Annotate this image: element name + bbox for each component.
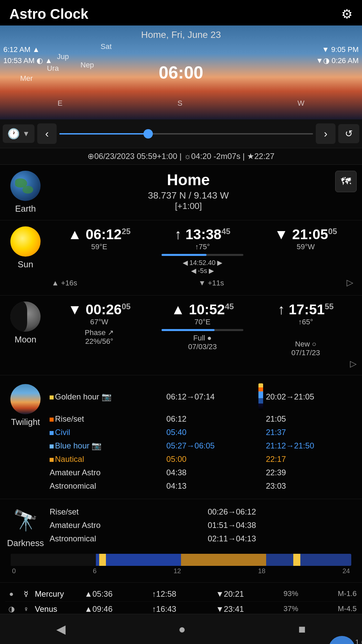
sky-moon-set: ▼◑ 0:26 AM (316, 55, 359, 66)
tl-day (181, 554, 266, 566)
sat-label: Sat (101, 42, 112, 51)
planet-row-mercury: ● ☿ Mercury ▲05:36 ↑12:58 ▼20:21 93% M-1… (5, 587, 357, 602)
moon-new-date: 07/17/23 (255, 348, 357, 357)
moon-set-time: ▼ 00:2605 (48, 302, 150, 318)
venus-mag: M-4.5 (338, 604, 357, 614)
twilight-data: Golden hour 📷 06:12→07:14 20:02→21:05 Ri… (46, 381, 357, 493)
prev-button[interactable]: ‹ (37, 123, 57, 144)
mercury-symbol: ☿ (20, 590, 32, 598)
sun-data: ▲ 06:1225 59°E ↑ 13:3845 ↑75° ◀ 14:52.40… (46, 226, 357, 289)
moon-icon-col: Moon (5, 302, 46, 345)
sun-set-dir: 59°W (255, 243, 357, 251)
mercury-mag: M-1.6 (338, 589, 357, 599)
horizon-s: S (178, 99, 183, 108)
twilight-label: Twilight (11, 417, 40, 427)
sun-section: Sun ▲ 06:1225 59°E ↑ 13:3845 ↑75° ◀ 14 (0, 220, 362, 296)
moon-rise-time: ▲ 10:5245 (152, 302, 253, 318)
tl-gold-am (99, 554, 106, 566)
nav-recents-button[interactable]: ■ (288, 619, 316, 640)
home-coords: 38.737 N / 9.143 W (48, 190, 328, 201)
moon-new-label: New ○ (255, 340, 357, 348)
sun-day-length: ◀ 14:52.40 ▶ (152, 259, 253, 267)
moon-rise-alt: 70°E (152, 318, 253, 326)
earth-globe (10, 171, 41, 201)
tl-gold-pm (293, 554, 300, 566)
twi-row-astronomical: Astronomical 04:13 23:03 (48, 479, 357, 493)
tl-label-12: 12 (174, 567, 181, 575)
twi-row-amateur: Amateur Astro 04:38 22:39 (48, 466, 357, 479)
sun-set-delta: ▼ +11s (198, 279, 224, 288)
next-button[interactable]: › (316, 123, 336, 144)
darkness-data: Rise/set 00:26→06:12 Amateur Astro 01:51… (46, 505, 357, 545)
darkness-image: 🔭 (10, 505, 41, 535)
settings-icon[interactable]: ⚙ (341, 7, 353, 21)
sky-time-right: ▼ 9:05 PM ▼◑ 0:26 AM (316, 44, 359, 66)
sun-image (10, 226, 41, 257)
twi-row-blue: Blue hour 📷 05:27→06:05 21:12→21:50 (48, 439, 357, 452)
venus-rise: ▲09:46 (84, 604, 113, 614)
tl-label-24: 24 (343, 567, 350, 575)
moon-grid: ▼ 00:2605 67°W Phase ↗ 22%/56° ▲ 10:5245… (48, 302, 357, 357)
twi-row-nautical: Nautical 05:00 22:17 (48, 452, 357, 466)
twi-row-civil: Civil 05:40 21:37 (48, 426, 357, 439)
sun-play-button[interactable]: ▷ (347, 277, 353, 288)
ura-label: Ura (47, 64, 59, 73)
dark-row-astronomical: Astronomical 02:11→04:13 (48, 532, 357, 545)
darkness-timeline-labels: 0 6 12 18 24 (11, 567, 351, 575)
sun-transit-time: ↑ 13:3845 (152, 226, 253, 243)
twilight-image (10, 384, 41, 414)
moon-data: ▼ 00:2605 67°W Phase ↗ 22%/56° ▲ 10:5245… (46, 302, 357, 369)
moon-rise-cell: ▲ 10:5245 70°E Full ● 07/03/23 (152, 302, 253, 357)
moon-transit-cell: ↑ 17:5155 ↑65° New ○ 07/17/23 (255, 302, 357, 357)
horizon-e: E (58, 99, 63, 108)
sun-set-cell: ▼ 21:0505 59°W (255, 226, 357, 275)
nav-home-button[interactable]: ● (168, 619, 196, 640)
moon-play-button[interactable]: ▷ (350, 359, 357, 369)
sun-rise-cell: ▲ 06:1225 59°E (48, 226, 150, 275)
moon-section: Moon ▼ 00:2605 67°W Phase ↗ 22%/56° ▲ 10… (0, 296, 362, 375)
sky-rise-time: 6:12 AM ▲ (3, 44, 52, 55)
map-button[interactable]: 🗺 (335, 171, 357, 192)
fab-badge: 1.6 (355, 638, 362, 644)
refresh-button[interactable]: ↺ (338, 124, 359, 143)
mercury-transit: ↑12:58 (152, 589, 176, 599)
venus-name: Venus (35, 604, 82, 614)
venus-data: ▲09:46 ↑16:43 ▼23:41 37% M-4.5 (84, 604, 357, 614)
moon-transit-time: ↑ 17:5155 (255, 302, 357, 318)
moon-set-dir: 67°W (48, 318, 150, 326)
sky-set-time: ▼ 9:05 PM (316, 44, 359, 55)
time-slider[interactable] (59, 125, 313, 142)
moon-progress-wrap (162, 329, 243, 331)
moon-phase-pct: 22%/56° (48, 337, 150, 346)
mercury-set: ▼20:21 (216, 589, 244, 599)
twi-row-riseset: Rise/set 06:12 21:05 (48, 412, 357, 426)
tl-night-left (11, 554, 96, 566)
darkness-table: Rise/set 00:26→06:12 Amateur Astro 01:51… (48, 505, 357, 545)
mercury-phase-icon: ● (5, 590, 17, 598)
tl-dusk (266, 554, 351, 566)
home-timezone: [+1:00] (48, 201, 328, 211)
moon-image (10, 302, 41, 332)
nav-back-button[interactable]: ◀ (46, 619, 76, 640)
nep-label: Nep (80, 61, 94, 69)
date-info-bar: ⊕06/23/2023 05:59+1:00 | ☼04:20 -2m07s |… (0, 148, 362, 165)
moon-phase-label: Phase ↗ (48, 328, 150, 337)
sun-rise-delta: ▲ +16s (52, 279, 77, 288)
darkness-label: Darkness (7, 538, 44, 548)
darkness-row: 🔭 Darkness Rise/set 00:26→06:12 Amateur … (5, 505, 357, 548)
slider-thumb[interactable] (143, 129, 153, 139)
fab-icon: + (338, 641, 346, 644)
home-name: Home (48, 171, 328, 189)
venus-transit: ↑16:43 (152, 604, 176, 614)
sun-rise-dir: 59°E (48, 243, 150, 251)
twilight-icon-col: Twilight (5, 381, 46, 427)
earth-icon-col: Earth (5, 171, 46, 214)
sky-clock-time: 06:00 (159, 62, 203, 83)
dark-row-riseset: Rise/set 00:26→06:12 (48, 505, 357, 519)
time-selector[interactable]: 🕐 ▼ (3, 124, 35, 143)
mer-label: Mer (20, 74, 33, 83)
earth-section: Earth Home 38.737 N / 9.143 W [+1:00] 🗺 (0, 165, 362, 220)
twilight-table: Golden hour 📷 06:12→07:14 20:02→21:05 Ri… (48, 381, 357, 493)
app-title: Astro Clock (9, 6, 88, 22)
sun-icon-col: Sun (5, 226, 46, 270)
